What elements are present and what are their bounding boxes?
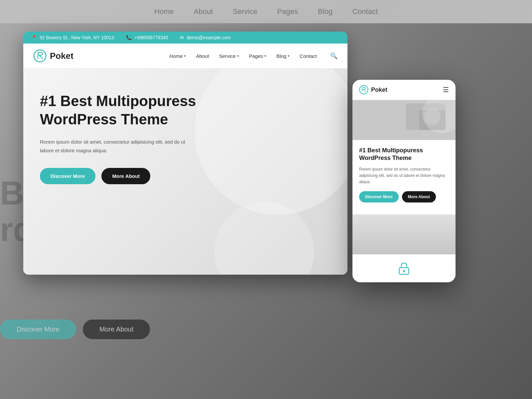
email-text: demo@example.com [187,35,231,40]
mobile-logo-text: Poket [371,86,387,93]
nav-contact[interactable]: Contact [300,53,317,59]
lock-icon [397,261,411,276]
mobile-hero-description: Rorem ipsum dolor sit amet, consectetur … [359,166,449,186]
desktop-logo-text: Poket [50,51,73,61]
mobile-logo[interactable]: Poket [359,85,387,94]
svg-rect-4 [419,110,446,130]
home-chevron: ▾ [184,54,186,58]
mobile-discover-button[interactable]: Discover More [359,191,399,202]
svg-rect-11 [396,231,398,251]
mobile-buttons: Discover More More About [359,191,449,202]
bg-nav-pages: Pages [277,7,298,16]
mobile-bottom-image [352,214,456,254]
bg-buttons: Discover More More About [0,320,150,339]
mobile-browser-mockup: Poket ☰ #1 Best Multipopuress WordPress … [352,80,456,282]
info-address: 📍 92 Bowery St., New York, NY 10013 [31,35,114,40]
nav-pages[interactable]: Pages ▾ [249,53,267,59]
desktop-browser-mockup: 📍 92 Bowery St., New York, NY 10013 📞 +9… [23,32,347,275]
bg-discover-button: Discover More [0,320,76,339]
email-icon: ✉ [180,35,184,40]
bg-nav-about: About [194,7,213,16]
svg-point-8 [382,228,416,254]
logo-icon [33,49,47,63]
hero-title: #1 Best Multipopuress WordPress Theme [40,92,226,128]
mobile-lock-section [352,254,456,282]
mobile-hero-image [352,100,456,140]
location-icon: 📍 [31,35,37,40]
phone-text: +998556778345 [134,35,168,40]
svg-rect-15 [404,271,404,273]
mobile-menu-icon[interactable]: ☰ [443,86,449,94]
info-phone: 📞 +998556778345 [126,35,168,40]
mobile-logo-icon [359,85,368,94]
svg-point-7 [366,234,392,254]
nav-service[interactable]: Service ▾ [219,53,239,59]
hero-image-svg [352,100,456,140]
svg-point-5 [424,108,441,125]
search-icon[interactable]: 🔍 [330,52,337,60]
bg-nav-contact: Contact [352,7,378,16]
more-about-button[interactable]: More About [101,168,150,184]
phone-icon: 📞 [126,35,132,40]
nav-blog[interactable]: Blog ▾ [276,53,290,59]
svg-rect-10 [376,234,378,251]
mobile-content: #1 Best Multipopuress WordPress Theme Ro… [352,140,456,214]
plants-image-svg [352,214,456,254]
nav-home[interactable]: Home ▾ [169,53,186,59]
hero-buttons: Discover More More About [40,168,226,184]
bg-nav-home: Home [154,7,174,16]
svg-rect-6 [352,214,456,254]
bg-nav-blog: Blog [318,7,332,16]
mobile-more-about-button[interactable]: More About [402,191,436,202]
nav-about[interactable]: About [196,53,209,59]
bg-more-about-button: More About [83,320,150,339]
service-chevron: ▾ [237,54,239,58]
svg-rect-12 [417,233,420,251]
info-bar: 📍 92 Bowery St., New York, NY 10013 📞 +9… [23,32,347,44]
desktop-logo[interactable]: Poket [33,49,73,63]
desktop-nav: Poket Home ▾ About Service ▾ Pages ▾ Blo… [23,44,347,68]
hero-description: Rorem ipsum dolor sit amet, consectetur … [40,138,200,155]
mobile-header: Poket ☰ [352,80,456,100]
svg-rect-2 [352,100,456,140]
mobile-hero-title: #1 Best Multipopuress WordPress Theme [359,147,449,162]
discover-more-button[interactable]: Discover More [40,168,95,184]
address-text: 92 Bowery St., New York, NY 10013 [40,35,114,40]
svg-point-9 [404,231,434,254]
background-nav: Home About Service Pages Blog Contact [0,0,532,23]
hero-content: #1 Best Multipopuress WordPress Theme Ro… [40,92,226,184]
info-email: ✉ demo@example.com [180,35,231,40]
bg-nav-service: Service [233,7,257,16]
pages-chevron: ▾ [264,54,266,58]
desktop-nav-links: Home ▾ About Service ▾ Pages ▾ Blog ▾ Co… [169,52,337,60]
desktop-hero-section: #1 Best Multipopuress WordPress Theme Ro… [23,68,347,275]
blog-chevron: ▾ [288,54,290,58]
